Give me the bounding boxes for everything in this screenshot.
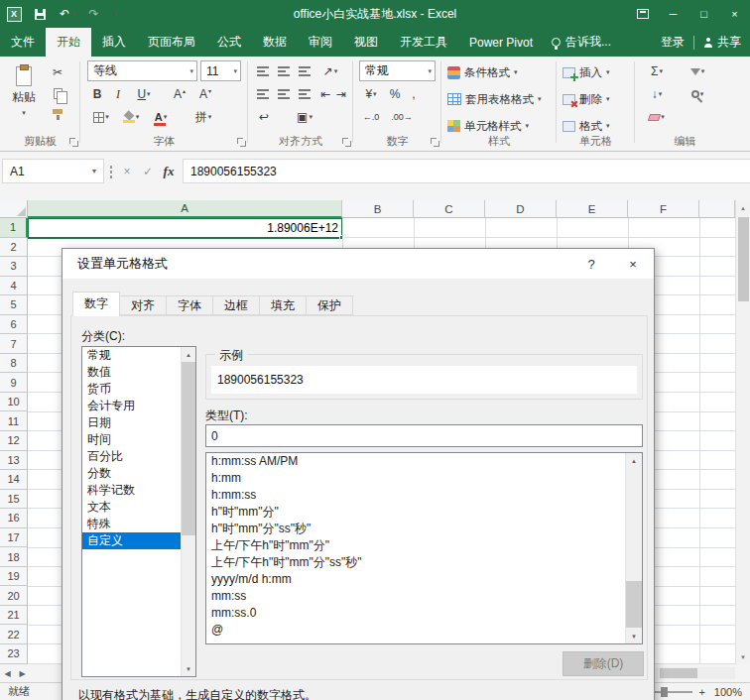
column-header-partial[interactable]	[699, 200, 735, 218]
category-item[interactable]: 自定义	[82, 532, 181, 549]
category-item[interactable]: 数值	[82, 364, 181, 381]
number-dialog-launcher[interactable]	[430, 137, 439, 147]
ribbon-display-options-button[interactable]	[627, 0, 658, 28]
fill-color-button[interactable]: ▾	[117, 107, 145, 127]
dialog-close-button[interactable]: ×	[612, 249, 654, 279]
increase-indent-button[interactable]: ⇥	[333, 84, 349, 104]
excel-logo-icon[interactable]: X	[0, 0, 28, 28]
phonetic-guide-button[interactable]: 拼▾	[188, 107, 219, 127]
bold-button[interactable]: B	[87, 84, 107, 104]
ribbon-tab[interactable]: 视图	[343, 28, 389, 57]
formula-bar-splitter[interactable]	[108, 165, 114, 179]
category-item[interactable]: 时间	[82, 431, 181, 448]
cell-A1[interactable]: 1.89006E+12	[28, 218, 342, 238]
column-header-D[interactable]: D	[485, 200, 557, 218]
maximize-button[interactable]: □	[688, 0, 719, 28]
format-code-item[interactable]: mm:ss	[206, 588, 625, 605]
row-header-17[interactable]: 17	[0, 528, 28, 548]
row-header-2[interactable]: 2	[0, 238, 28, 258]
ribbon-tab[interactable]: 插入	[91, 28, 137, 57]
row-header-12[interactable]: 12	[0, 431, 28, 451]
vertical-scrollbar-thumb[interactable]	[738, 217, 749, 301]
delete-cells-button[interactable]: 删除▾	[562, 87, 610, 111]
comma-style-button[interactable]: ,	[406, 84, 422, 104]
ribbon-tab[interactable]: 开始	[46, 28, 91, 57]
scroll-up-button[interactable]: ▲	[182, 347, 195, 362]
zoom-level[interactable]: 100%	[712, 686, 742, 698]
ribbon-tab[interactable]: 页面布局	[137, 28, 206, 57]
ribbon-tab[interactable]: Power Pivot	[458, 28, 544, 57]
decrease-font-size-button[interactable]: A▾	[193, 84, 217, 104]
row-header-18[interactable]: 18	[0, 547, 28, 567]
minimize-button[interactable]: ─	[658, 0, 688, 28]
column-header-B[interactable]: B	[342, 200, 414, 218]
format-code-item[interactable]: 上午/下午h"时"mm"分"ss"秒"	[206, 554, 625, 571]
scrollbar-thumb[interactable]	[182, 362, 195, 535]
find-select-button[interactable]: ▾	[681, 84, 714, 104]
sort-filter-button[interactable]: ▾	[681, 61, 714, 81]
category-item[interactable]: 文本	[82, 499, 181, 516]
ribbon-tab[interactable]: 公式	[206, 28, 252, 57]
decrease-decimal-button[interactable]: .00→	[387, 107, 417, 127]
row-header-21[interactable]: 21	[0, 606, 28, 626]
horizontal-scrollbar[interactable]	[656, 667, 735, 679]
clipboard-dialog-launcher[interactable]	[68, 137, 78, 147]
dialog-tab[interactable]: 边框	[212, 295, 260, 315]
format-code-item[interactable]: mm:ss.0	[206, 605, 625, 622]
horizontal-scrollbar-thumb[interactable]	[660, 668, 697, 678]
fill-button[interactable]: ↓▾	[640, 84, 674, 104]
name-box-dropdown[interactable]: ▾	[85, 160, 103, 182]
format-code-item[interactable]: yyyy/m/d h:mm	[206, 571, 625, 588]
format-code-item[interactable]: h"时"mm"分"	[206, 504, 625, 521]
delete-button[interactable]: 删除(D)	[562, 651, 644, 676]
insert-cells-button[interactable]: 插入▾	[562, 60, 610, 84]
row-header-20[interactable]: 20	[0, 586, 28, 606]
category-item[interactable]: 会计专用	[82, 398, 181, 414]
dialog-help-button[interactable]: ?	[570, 249, 612, 279]
cut-button[interactable]: ✂	[47, 62, 68, 82]
format-code-item[interactable]: h:mm:ss AM/PM	[206, 453, 625, 470]
customize-qat-button[interactable]: ▾	[106, 0, 124, 28]
center-button[interactable]	[274, 84, 294, 104]
zoom-slider-thumb[interactable]	[661, 687, 668, 697]
underline-button[interactable]: U▾	[129, 84, 159, 104]
format-code-item[interactable]: @	[206, 622, 625, 639]
number-format-combo[interactable]: 常规▾	[359, 60, 436, 81]
format-code-item[interactable]: 上午/下午h"时"mm"分"	[206, 537, 625, 554]
insert-function-button[interactable]: fx	[159, 159, 179, 183]
row-header-1[interactable]: 1	[0, 218, 28, 238]
top-align-button[interactable]	[253, 61, 273, 81]
alignment-dialog-launcher[interactable]	[341, 137, 351, 147]
format-as-table-button[interactable]: 套用表格格式▾	[447, 87, 542, 111]
row-header-19[interactable]: 19	[0, 567, 28, 587]
row-header-9[interactable]: 9	[0, 373, 28, 393]
category-item[interactable]: 特殊	[82, 516, 181, 532]
ribbon-tab[interactable]: 审阅	[298, 28, 343, 57]
save-button[interactable]	[28, 0, 53, 28]
row-header-10[interactable]: 10	[0, 393, 28, 412]
font-name-combo[interactable]: 等线▾	[87, 60, 197, 81]
column-header-C[interactable]: C	[414, 200, 485, 218]
formula-input[interactable]: 1890056155323	[183, 159, 750, 183]
increase-decimal-button[interactable]: ←.0	[358, 107, 384, 127]
paste-button[interactable]: 粘贴 ▾	[5, 59, 43, 123]
sheet-nav-right-button[interactable]: ▶	[15, 669, 30, 678]
font-color-button[interactable]: A▾	[147, 107, 175, 127]
category-item[interactable]: 百分比	[82, 448, 181, 465]
row-header-23[interactable]: 23	[0, 644, 28, 664]
scroll-up-button[interactable]: ▲	[626, 453, 642, 468]
italic-button[interactable]: I	[108, 84, 128, 104]
row-header-14[interactable]: 14	[0, 470, 28, 490]
conditional-formatting-button[interactable]: 条件格式▾	[447, 60, 518, 84]
borders-button[interactable]: ▾	[87, 107, 115, 127]
row-header-7[interactable]: 7	[0, 334, 28, 354]
scroll-down-button[interactable]: ▼	[736, 649, 750, 664]
ribbon-tab[interactable]: 开发工具	[389, 28, 458, 57]
category-item[interactable]: 常规	[82, 347, 181, 364]
merge-center-button[interactable]: ▣▾	[290, 107, 319, 127]
wrap-text-button[interactable]: ↩	[253, 107, 275, 127]
row-header-16[interactable]: 16	[0, 509, 28, 528]
increase-font-size-button[interactable]: A▴	[168, 84, 191, 104]
dialog-tab[interactable]: 填充	[259, 295, 307, 315]
orientation-button[interactable]: ↗▾	[317, 61, 343, 81]
